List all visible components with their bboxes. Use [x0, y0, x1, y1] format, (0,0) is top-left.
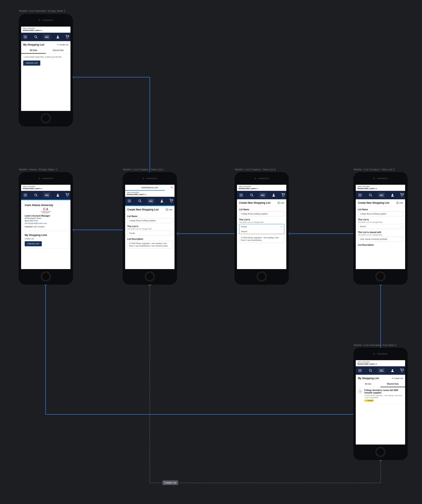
lists-link[interactable]: Lists — [277, 202, 284, 204]
account-icon[interactable] — [390, 192, 395, 198]
search-icon[interactable] — [33, 34, 39, 40]
create-list-link[interactable]: +Create List — [57, 43, 68, 46]
svg-point-15 — [68, 195, 69, 196]
account-icon[interactable] — [55, 192, 61, 198]
phone-frame-3: lowesforpros.com ✕ Open until 9PM! Hunte… — [123, 173, 177, 284]
lists-link[interactable]: Lists — [396, 202, 403, 204]
store-bar[interactable]: Open until 9PM! Huntersville Lowe's▾ — [21, 27, 70, 33]
menu-icon[interactable] — [22, 192, 28, 198]
tab-shared-lists[interactable]: Shared lists — [46, 48, 70, 54]
tab-shared-lists[interactable]: Shared lists — [380, 381, 405, 387]
frame-label: Mobile / List Overview / Empty State 1 — [19, 9, 65, 12]
org-logo: CA CLARK ATLANTA UNIVERSITY — [25, 208, 67, 213]
account-icon[interactable] — [390, 368, 395, 373]
empty-state-text: Looks pretty empty here. Create your fir… — [21, 54, 70, 60]
chevron-down-icon: ▾ — [376, 188, 377, 190]
menu-icon[interactable] — [22, 34, 28, 40]
account-icon[interactable] — [159, 198, 165, 204]
svg-point-29 — [392, 369, 393, 371]
visibility-label: This List Is — [358, 218, 403, 221]
list-name-input[interactable]: College library building supplies — [127, 218, 172, 223]
search-icon[interactable] — [33, 192, 39, 198]
visibility-label: This List Is — [127, 225, 172, 228]
store-bar[interactable]: Open until 9PM! Huntersville Lowe's▾ — [125, 191, 175, 197]
manager-heading: Lowe's Account Manager: — [25, 215, 67, 217]
contract-label: Contract: — [25, 226, 33, 228]
name-label: List Name — [358, 208, 403, 211]
store-name: Huntersville Lowe's — [23, 29, 41, 31]
svg-point-31 — [403, 371, 403, 371]
visibility-select[interactable]: Shared⌄ — [358, 224, 403, 229]
page-title: Create New Shopping List — [358, 201, 389, 204]
search-icon[interactable] — [137, 198, 143, 204]
brand-logo[interactable]: Lowe'sPRO — [43, 193, 50, 197]
account-icon[interactable] — [271, 192, 277, 198]
phone-frame-2: Open until 9PM! Huntersville Lowe's▾ Low… — [19, 173, 73, 284]
close-icon[interactable]: ✕ — [171, 186, 173, 189]
create-list-link[interactable]: +Create List — [391, 377, 403, 380]
screen: Open until 9PM! Huntersville Lowe's▾ Low… — [237, 185, 286, 269]
home-button[interactable] — [145, 272, 155, 281]
svg-point-9 — [57, 36, 58, 37]
list-description-input[interactable]: FY2020 library upgrades - new seating / … — [239, 235, 284, 243]
account-icon[interactable] — [55, 34, 61, 40]
shared-badge: ✓ Shared — [364, 399, 374, 402]
home-button[interactable] — [257, 272, 267, 281]
brand-logo[interactable]: Lowe'sPRO — [378, 193, 385, 197]
visibility-select[interactable]: Private⌄ — [127, 231, 172, 236]
store-bar[interactable]: Open until 9PM! Huntersville Lowe's▾ — [237, 185, 286, 191]
page-title: Create New Shopping List — [127, 208, 159, 211]
list-name-input[interactable]: College library building supplies — [358, 211, 403, 216]
svg-point-28 — [369, 369, 371, 371]
top-nav: Lowe'sPRO 0 — [21, 33, 70, 41]
tab-all-lists[interactable]: All lists — [21, 48, 46, 54]
earpiece — [43, 20, 53, 21]
cart-icon[interactable]: 0 — [281, 193, 285, 197]
cart-count: 0 — [67, 196, 68, 197]
manager-email[interactable]: eProSupport@Lowes.com — [25, 222, 67, 225]
name-label: List Name — [239, 208, 284, 211]
home-button[interactable] — [376, 447, 385, 457]
menu-icon[interactable] — [357, 368, 363, 373]
contract-value: E&I Contract — [34, 226, 44, 228]
brand-logo[interactable]: Lowe'sPRO — [259, 193, 266, 197]
brand-logo[interactable]: Lowe'sPRO — [378, 368, 385, 373]
svg-point-8 — [35, 36, 37, 38]
menu-icon[interactable] — [238, 192, 244, 198]
home-button[interactable] — [376, 272, 385, 281]
store-bar[interactable]: Open until 9PM! Huntersville Lowe's▾ — [356, 360, 405, 366]
frame-label: Mobile / List Creation / New List 2 — [235, 168, 276, 171]
store-bar[interactable]: Open until 9PM! Huntersville Lowe's▾ — [356, 185, 405, 191]
visibility-select-open: Private✓ Shared — [239, 224, 284, 234]
create-list-button[interactable]: CREATE LIST — [23, 60, 40, 66]
cart-icon[interactable]: 0 — [65, 35, 69, 39]
option-shared[interactable]: Shared — [239, 229, 284, 234]
lists-link[interactable]: Lists — [166, 209, 172, 211]
list-description-input[interactable]: FY2020 library upgrades - new seating / … — [127, 241, 172, 249]
browser-url-bar[interactable]: lowesforpros.com ✕ — [125, 185, 175, 190]
list-item[interactable]: 1 College dormitory rooms fall 2020 remo… — [356, 387, 405, 404]
chevron-down-icon: ⌄ — [169, 232, 171, 234]
cart-icon[interactable]: 0 — [400, 193, 404, 197]
create-list-button[interactable]: CREATE LIST — [25, 241, 42, 246]
cart-icon[interactable]: 0 — [169, 199, 173, 203]
cart-icon[interactable]: 0 — [65, 193, 69, 197]
frame-label: Mobile / List Creation / New List 1 — [123, 168, 164, 171]
search-icon[interactable] — [249, 192, 255, 198]
tab-all-lists[interactable]: All lists — [356, 381, 380, 387]
store-bar[interactable]: Open until 9PM! Huntersville Lowe's▾ — [21, 185, 70, 191]
brand-logo[interactable]: Lowe'sPRO — [147, 199, 154, 203]
store-hours: Open until 9PM! — [23, 186, 69, 187]
brand-logo[interactable]: Lowe'sPRO — [43, 35, 50, 39]
svg-point-20 — [251, 194, 253, 196]
home-button[interactable] — [41, 272, 51, 281]
list-name-input[interactable]: College library building supplies — [239, 211, 284, 216]
cart-icon[interactable]: 0 — [400, 368, 404, 373]
search-icon[interactable] — [367, 368, 373, 373]
search-icon[interactable] — [367, 192, 373, 198]
menu-icon[interactable] — [357, 192, 363, 198]
menu-icon[interactable] — [126, 198, 132, 204]
home-button[interactable] — [41, 114, 51, 123]
option-private[interactable]: Private✓ — [239, 224, 284, 229]
shared-with-input[interactable]: Clark Atlanta University (Default) — [358, 237, 403, 242]
